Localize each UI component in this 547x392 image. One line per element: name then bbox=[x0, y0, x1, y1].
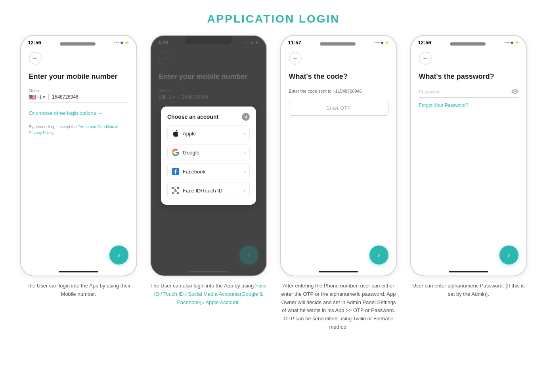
phone-content-3: ← What's the code? Enter the code sent t… bbox=[281, 47, 396, 116]
phone-col-1: 12:56 ···· ⌾ ⚡ ← Enter your mobile numbe… bbox=[17, 35, 140, 331]
signal-icon-3: ···· bbox=[374, 40, 379, 45]
apple-chevron: › bbox=[244, 131, 245, 136]
google-option[interactable]: Google › bbox=[167, 145, 250, 160]
signal-icon-4: ···· bbox=[504, 40, 509, 45]
modal-header: Choose an account ✕ bbox=[167, 113, 250, 121]
flag-select-1[interactable]: 🇺🇸 +1 ▾ bbox=[29, 94, 49, 100]
eye-icon-4[interactable] bbox=[511, 89, 518, 95]
google-chevron: › bbox=[244, 150, 245, 155]
country-code-1: +1 bbox=[37, 95, 42, 99]
phone-caption-1: The User can login into the App by using… bbox=[20, 282, 137, 299]
back-button-3[interactable]: ← bbox=[289, 52, 302, 65]
flag-icon-1: 🇺🇸 bbox=[29, 94, 36, 100]
status-icons-4: ···· ⌾ ⚡ bbox=[504, 40, 519, 45]
notch-pill-1 bbox=[60, 42, 96, 46]
back-button-1[interactable]: ← bbox=[29, 52, 42, 65]
otp-label-3: Enter the code sent to +11548728946 bbox=[289, 89, 388, 93]
phone-frame-3: 11:57 ···· ⌾ ⚡ ← What's the code? Enter … bbox=[280, 35, 397, 276]
svg-rect-1 bbox=[172, 187, 174, 189]
notch-pill-4 bbox=[450, 42, 486, 46]
home-indicator-4 bbox=[449, 271, 488, 272]
password-input-row-4[interactable]: Password bbox=[419, 89, 518, 98]
facebook-option[interactable]: Facebook › bbox=[167, 164, 250, 179]
facebook-chevron: › bbox=[244, 169, 245, 174]
google-icon bbox=[172, 148, 180, 156]
status-bar-3: 11:57 ···· ⌾ ⚡ bbox=[281, 36, 396, 47]
faceid-option[interactable]: Face ID/Touch ID › bbox=[167, 183, 250, 198]
phone-number-1: 1548728946 bbox=[52, 94, 78, 100]
wifi-icon-4: ⌾ bbox=[511, 40, 513, 45]
phone-col-2: 4:38 ···· ⌾ ⚡ ← Enter your mobile number… bbox=[147, 35, 270, 331]
wifi-icon-1: ⌾ bbox=[120, 40, 123, 45]
forgot-password-link-4[interactable]: Forgot Your Password? bbox=[419, 103, 518, 108]
screen-title-3: What's the code? bbox=[289, 72, 388, 81]
battery-icon-1: ⚡ bbox=[124, 40, 129, 45]
svg-rect-4 bbox=[177, 192, 179, 194]
mobile-input-label-1: Mobile bbox=[29, 89, 128, 93]
otp-input-3[interactable]: Enter OTP bbox=[289, 100, 388, 116]
phones-row: 12:56 ···· ⌾ ⚡ ← Enter your mobile numbe… bbox=[0, 35, 547, 331]
modal-overlay: Choose an account ✕ Apple bbox=[151, 36, 266, 276]
facebook-icon bbox=[172, 167, 180, 175]
page-title: APPLICATION LOGIN bbox=[0, 0, 547, 35]
signal-icon-1: ···· bbox=[114, 40, 119, 45]
other-login-link-1[interactable]: Or choose other login options → bbox=[29, 110, 128, 116]
phone-input-row-1[interactable]: 🇺🇸 +1 ▾ 1548728946 bbox=[29, 94, 128, 103]
phone-caption-4: User can enter alphanumeric Password. (I… bbox=[410, 282, 527, 299]
phone-col-4: 12:56 ···· ⌾ ⚡ ← What's the password? Pa… bbox=[407, 35, 530, 331]
battery-icon-3: ⚡ bbox=[384, 40, 389, 45]
faceid-icon bbox=[172, 186, 180, 194]
wifi-icon-3: ⌾ bbox=[381, 40, 383, 45]
faceid-option-left: Face ID/Touch ID bbox=[172, 186, 222, 194]
google-option-left: Google bbox=[172, 148, 199, 156]
time-4: 12:56 bbox=[418, 40, 431, 46]
time-1: 12:56 bbox=[28, 40, 41, 46]
phone-frame-1: 12:56 ···· ⌾ ⚡ ← Enter your mobile numbe… bbox=[20, 35, 137, 276]
apple-option[interactable]: Apple › bbox=[167, 126, 250, 141]
modal-title: Choose an account bbox=[167, 114, 218, 120]
faceid-label: Face ID/Touch ID bbox=[183, 188, 222, 194]
phone-content-4: ← What's the password? Password Forgot Y… bbox=[411, 47, 526, 108]
apple-icon bbox=[172, 129, 180, 137]
phone-frame-2: 4:38 ···· ⌾ ⚡ ← Enter your mobile number… bbox=[150, 35, 267, 276]
dropdown-arrow-1: ▾ bbox=[43, 95, 45, 100]
status-icons-1: ···· ⌾ ⚡ bbox=[114, 40, 129, 45]
back-button-4[interactable]: ← bbox=[419, 52, 432, 65]
screen-title-1: Enter your mobile number bbox=[29, 72, 128, 81]
facebook-option-left: Facebook bbox=[172, 167, 205, 175]
notch-pill-3 bbox=[320, 42, 356, 46]
terms-text-1: By proceeding, I accept the Terms and Co… bbox=[29, 124, 128, 136]
caption-2-text: The User can also login into the App by … bbox=[150, 283, 266, 305]
time-3: 11:57 bbox=[288, 40, 301, 46]
phone-col-3: 11:57 ···· ⌾ ⚡ ← What's the code? Enter … bbox=[277, 35, 400, 331]
nav-button-4[interactable]: › bbox=[499, 245, 518, 265]
screen-title-4: What's the password? bbox=[419, 72, 518, 81]
home-indicator-3 bbox=[319, 271, 358, 272]
battery-icon-4: ⚡ bbox=[514, 40, 519, 45]
status-bar-1: 12:56 ···· ⌾ ⚡ bbox=[21, 36, 136, 47]
status-icons-3: ···· ⌾ ⚡ bbox=[374, 40, 389, 45]
modal-close-button[interactable]: ✕ bbox=[242, 113, 250, 121]
apple-option-left: Apple bbox=[172, 129, 196, 137]
nav-button-3[interactable]: › bbox=[369, 245, 388, 265]
facebook-label: Facebook bbox=[183, 169, 205, 175]
password-placeholder-4: Password bbox=[419, 89, 440, 95]
phone-content-1: ← Enter your mobile number Mobile 🇺🇸 +1 … bbox=[21, 47, 136, 136]
svg-rect-3 bbox=[172, 192, 174, 194]
faceid-chevron: › bbox=[244, 188, 245, 193]
modal-box: Choose an account ✕ Apple bbox=[161, 107, 256, 205]
home-indicator-1 bbox=[59, 271, 98, 272]
phone-caption-2: The User can also login into the App by … bbox=[150, 282, 267, 306]
svg-rect-2 bbox=[177, 187, 179, 189]
apple-label: Apple bbox=[183, 131, 196, 137]
google-label: Google bbox=[183, 150, 199, 156]
nav-button-1[interactable]: › bbox=[109, 245, 128, 265]
phone-frame-4: 12:56 ···· ⌾ ⚡ ← What's the password? Pa… bbox=[410, 35, 527, 276]
status-bar-4: 12:56 ···· ⌾ ⚡ bbox=[411, 36, 526, 47]
phone-caption-3: After entering the Phone number, user ca… bbox=[280, 282, 397, 331]
